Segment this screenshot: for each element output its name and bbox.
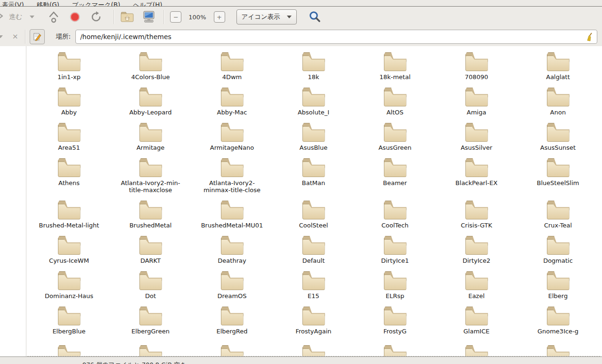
folder-item[interactable]: Dot [110, 265, 191, 300]
folder-item[interactable] [191, 336, 273, 357]
folder-item[interactable]: FrostyAgain [273, 300, 354, 336]
folder-item[interactable]: Armitage [110, 117, 191, 152]
folder-item[interactable] [110, 336, 191, 357]
location-input[interactable] [75, 30, 597, 44]
close-icon[interactable]: ✕ [12, 32, 18, 41]
folder-item[interactable]: Athens [28, 152, 110, 194]
folder-item[interactable]: BrushedMetal-MU01 [191, 194, 273, 230]
folder-item[interactable]: Dogmatic [517, 230, 599, 265]
folder-item[interactable]: Crux-Teal [517, 194, 599, 230]
folder-icon [302, 345, 325, 357]
folder-item[interactable]: Anon [517, 81, 599, 117]
folder-item[interactable]: ArmitageNano [191, 117, 273, 152]
clear-location-broom-icon[interactable] [585, 32, 594, 43]
folder-item[interactable]: ELRsp [354, 265, 436, 300]
folder-item[interactable]: Aalglatt [517, 46, 599, 81]
folder-item[interactable]: 18k [273, 46, 354, 81]
stop-button[interactable] [69, 11, 81, 23]
folder-item[interactable]: DirtyIce2 [436, 230, 517, 265]
folder-icon [547, 52, 569, 71]
folder-item[interactable]: Gnome3Ice-g [517, 300, 599, 336]
folder-item[interactable]: ElbergRed [191, 300, 273, 336]
folder-item[interactable]: BatMan [273, 152, 354, 194]
folder-item[interactable]: 4Dwm [191, 46, 273, 81]
folder-item[interactable]: AsusBlue [273, 117, 354, 152]
menu-help[interactable]: ヘルプ(H) [133, 0, 162, 7]
folder-item[interactable]: Area51 [28, 117, 110, 152]
zoom-out-button[interactable]: − [170, 11, 181, 23]
folder-item[interactable]: Brushed-Metal-light [28, 194, 110, 230]
folder-item[interactable]: DARKT [110, 230, 191, 265]
folder-item[interactable]: AsusGreen [354, 117, 436, 152]
folder-item[interactable]: Eazel [436, 265, 517, 300]
folder-item[interactable]: BlackPearl-EX [436, 152, 517, 194]
forward-arrow-icon[interactable] [0, 12, 4, 22]
folder-item[interactable]: BrushedMetal [110, 194, 191, 230]
folder-item[interactable]: DirtyIce1 [354, 230, 436, 265]
folder-item[interactable]: ElbergGreen [110, 300, 191, 336]
folder-item[interactable] [28, 336, 110, 357]
folder-icon [384, 123, 407, 142]
folder-item[interactable]: FrostyG [354, 300, 436, 336]
reload-button[interactable] [90, 11, 102, 23]
folder-item[interactable]: DreamOS [191, 265, 273, 300]
folder-item[interactable]: CoolTech [354, 194, 436, 230]
folder-item[interactable]: Abby-Leopard [110, 81, 191, 117]
folder-item[interactable]: Dominanz-Haus [28, 265, 110, 300]
folder-item[interactable]: Crisis-GTK [436, 194, 517, 230]
folder-name: Area51 [58, 144, 80, 151]
folder-item[interactable]: Elberg [517, 265, 599, 300]
menu-go[interactable]: 移動(G) [37, 0, 59, 7]
folder-name: BlackPearl-EX [456, 179, 497, 186]
folder-icon [139, 52, 162, 71]
folder-item[interactable]: CoolSteel [273, 194, 354, 230]
folder-item[interactable]: Atlanta-Ivory2-minmax-title-close [191, 152, 273, 194]
sidebar-caret-icon[interactable] [0, 35, 3, 38]
folder-item[interactable]: BlueSteelSlim [517, 152, 599, 194]
forward-history-caret-icon[interactable] [30, 16, 34, 18]
folder-icon [139, 236, 162, 255]
folder-item[interactable] [517, 336, 599, 357]
menu-bookmarks[interactable]: ブックマーク(B) [72, 0, 120, 7]
menu-view[interactable]: 表示(V) [2, 0, 24, 7]
folder-icon [58, 88, 81, 106]
computer-button[interactable] [142, 10, 156, 24]
edit-location-toggle[interactable] [30, 29, 45, 44]
folder-item[interactable]: GlamICE [436, 300, 517, 336]
folder-item[interactable]: Abby [28, 81, 110, 117]
folder-item[interactable] [436, 336, 517, 357]
folder-item[interactable]: Absolute_I [273, 81, 354, 117]
pane-splitter[interactable] [26, 46, 26, 357]
folder-icon [465, 52, 488, 71]
folder-item[interactable]: Default [273, 230, 354, 265]
folder-row: Abby Abby-Leopard Abby-Mac Absolute_I Al… [28, 81, 599, 117]
folder-item[interactable]: ElbergBlue [28, 300, 110, 336]
folder-item[interactable]: AsusSilver [436, 117, 517, 152]
folder-item[interactable]: Abby-Mac [191, 81, 273, 117]
folder-item[interactable]: AsusSunset [517, 117, 599, 152]
view-mode-dropdown[interactable]: アイコン表示 [236, 9, 297, 24]
folder-item[interactable]: 18k-metal [354, 46, 436, 81]
folder-name: Absolute_I [298, 109, 329, 116]
pencil-icon [33, 32, 41, 41]
go-up-button[interactable] [48, 10, 60, 24]
folder-item[interactable]: 4Colors-Blue [110, 46, 191, 81]
folder-item[interactable]: Deathray [191, 230, 273, 265]
folder-item[interactable]: E15 [273, 265, 354, 300]
folder-item[interactable]: Amiga [436, 81, 517, 117]
folder-item[interactable]: AltOS [354, 81, 436, 117]
folder-item[interactable]: Beamer [354, 152, 436, 194]
folder-item[interactable]: Cyrus-IceWM [28, 230, 110, 265]
folder-item[interactable]: 708090 [436, 46, 517, 81]
zoom-in-button[interactable]: + [214, 11, 225, 23]
folder-icon [139, 201, 162, 219]
forward-button[interactable]: 進む [9, 13, 22, 21]
icon-view[interactable]: 1in1-xp 4Colors-Blue 4Dwm 18k 18k-metal … [0, 46, 602, 357]
folder-item[interactable]: Atlanta-Ivory2-min-title-maxclose [110, 152, 191, 194]
folder-item[interactable] [273, 336, 354, 357]
folder-item[interactable] [354, 336, 436, 357]
folder-item[interactable]: 1in1-xp [28, 46, 110, 81]
folder-icon [302, 236, 325, 255]
home-button[interactable] [120, 11, 134, 23]
search-button[interactable] [308, 10, 321, 24]
